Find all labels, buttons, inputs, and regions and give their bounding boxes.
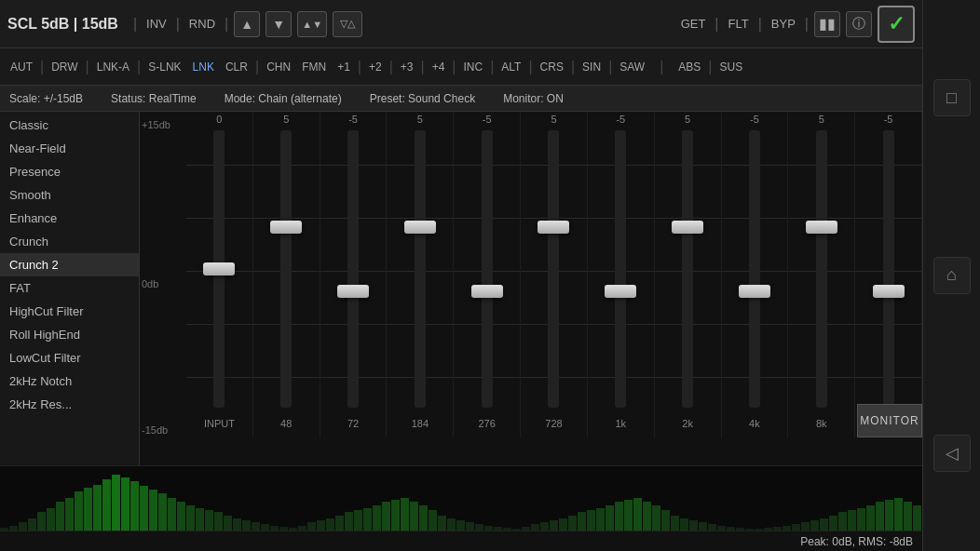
- nav-fmn[interactable]: FMN: [297, 58, 331, 76]
- inv-button[interactable]: INV: [143, 15, 170, 33]
- preset-item-classic[interactable]: Classic: [0, 114, 139, 137]
- nav-plus4[interactable]: +4: [428, 58, 450, 76]
- info-button[interactable]: ⓘ: [846, 11, 872, 37]
- slider-handle-728[interactable]: [538, 221, 569, 234]
- nav-lnk[interactable]: LNK: [188, 58, 219, 76]
- nav-abs[interactable]: ABS: [674, 58, 705, 76]
- nav-crs[interactable]: CRS: [536, 58, 568, 76]
- get-button[interactable]: GET: [677, 15, 710, 33]
- square-icon[interactable]: □: [933, 79, 971, 116]
- preset-item-highcut-filter[interactable]: HighCut Filter: [0, 300, 139, 323]
- slider-handle-8k[interactable]: [806, 221, 837, 234]
- rnd-button[interactable]: RND: [185, 15, 219, 33]
- slider-handle-2k[interactable]: [672, 221, 703, 234]
- nav-chn[interactable]: CHN: [262, 58, 295, 76]
- monitor-button[interactable]: MONITOR: [857, 404, 922, 437]
- slider-column-184: 5184: [387, 112, 454, 437]
- slider-handle-48[interactable]: [270, 221, 302, 234]
- slider-track-INPUT[interactable]: [213, 130, 225, 408]
- sliders-container: 0INPUT548-5725184-52765728-51k52k-54k58k…: [186, 112, 922, 437]
- slider-column-728: 5728: [521, 112, 588, 437]
- pause-button[interactable]: ▮▮: [814, 11, 840, 37]
- nav-plus1[interactable]: +1: [333, 58, 355, 76]
- check-button[interactable]: ✓: [878, 6, 915, 43]
- slider-track-1k[interactable]: [615, 130, 626, 408]
- spectrum-bar: [419, 505, 428, 531]
- slider-track-4k[interactable]: [749, 130, 760, 408]
- scale-info: Scale: +/-15dB: [9, 92, 83, 105]
- spectrum-bar: [745, 529, 754, 531]
- arrow-up-button[interactable]: ▲: [234, 11, 260, 37]
- spectrum-bar: [633, 498, 642, 531]
- slider-handle-1k[interactable]: [605, 285, 636, 298]
- slider-track-276[interactable]: [482, 130, 493, 408]
- spectrum-bar: [186, 505, 195, 531]
- slider-track-72[interactable]: [347, 130, 359, 408]
- preset-item-enhance[interactable]: Enhance: [0, 207, 139, 230]
- slider-handle-16k[interactable]: [873, 285, 905, 298]
- slider-handle-184[interactable]: [404, 221, 436, 234]
- byp-button[interactable]: BYP: [768, 15, 799, 33]
- spectrum-bar: [177, 502, 185, 531]
- nav-slnk[interactable]: S-LNK: [143, 58, 185, 76]
- arrow-split-button[interactable]: ▽△: [333, 11, 362, 37]
- spectrum-bar: [307, 522, 316, 531]
- spectrum-bar: [317, 520, 325, 531]
- slider-freq-label-INPUT: INPUT: [204, 410, 235, 437]
- slider-handle-276[interactable]: [471, 285, 503, 298]
- preset-item-roll-highend[interactable]: Roll HighEnd: [0, 323, 139, 346]
- slider-handle-INPUT[interactable]: [203, 262, 235, 276]
- spectrum-bar: [885, 500, 893, 531]
- nav-sin[interactable]: SIN: [578, 58, 606, 76]
- nav-clr[interactable]: CLR: [221, 58, 252, 76]
- db-label-mid: 0db: [142, 278, 158, 289]
- slider-top-val-8k: 5: [819, 112, 824, 128]
- preset-item-2khz-notch[interactable]: 2kHz Notch: [0, 370, 139, 393]
- preset-item-crunch-2[interactable]: Crunch 2: [0, 253, 139, 276]
- spectrum-bar: [121, 477, 129, 531]
- slider-handle-72[interactable]: [337, 285, 369, 298]
- slider-track-8k[interactable]: [816, 130, 827, 408]
- spectrum-bar: [401, 498, 409, 531]
- spectrum-bar: [214, 512, 223, 531]
- spectrum-bar: [261, 524, 269, 531]
- flt-button[interactable]: FLT: [725, 15, 753, 33]
- preset-item-fat[interactable]: FAT: [0, 276, 139, 300]
- spectrum-bar: [913, 505, 921, 531]
- status-bar: Scale: +/-15dB Status: RealTime Mode: Ch…: [0, 86, 922, 112]
- slider-handle-4k[interactable]: [739, 285, 770, 298]
- spectrum-bar: [84, 488, 92, 531]
- spectrum-bar: [764, 528, 772, 531]
- arrow-updown-button[interactable]: ▲▼: [297, 11, 327, 37]
- back-icon[interactable]: ◁: [933, 435, 971, 472]
- slider-track-48[interactable]: [280, 130, 292, 408]
- nav-lnka[interactable]: LNK-A: [92, 58, 134, 76]
- preset-item-near-field[interactable]: Near-Field: [0, 137, 139, 160]
- spectrum-bar: [838, 512, 847, 531]
- spectrum-bar: [717, 526, 726, 531]
- nav-alt[interactable]: ALT: [497, 58, 525, 76]
- spectrum-bar: [736, 528, 744, 531]
- slider-track-16k[interactable]: [883, 130, 894, 408]
- slider-column-276: -5276: [454, 112, 521, 437]
- nav-plus3[interactable]: +3: [396, 58, 418, 76]
- spectrum-bar: [19, 522, 27, 531]
- slider-track-728[interactable]: [548, 130, 559, 408]
- preset-item-presence[interactable]: Presence: [0, 160, 139, 183]
- nav-aut[interactable]: AUT: [6, 58, 37, 76]
- nav-plus2[interactable]: +2: [364, 58, 387, 76]
- slider-track-2k[interactable]: [682, 130, 693, 408]
- home-icon[interactable]: ⌂: [933, 257, 971, 294]
- preset-item-smooth[interactable]: Smooth: [0, 183, 139, 207]
- slider-top-val-2k: 5: [685, 112, 690, 128]
- nav-saw[interactable]: SAW: [615, 58, 649, 76]
- preset-item-crunch[interactable]: Crunch: [0, 230, 139, 253]
- nav-inc[interactable]: INC: [459, 58, 488, 76]
- preset-item-2khz-res...[interactable]: 2kHz Res...: [0, 393, 139, 416]
- nav-sus[interactable]: SUS: [715, 58, 748, 76]
- preset-item-lowcut-filter[interactable]: LowCut Filter: [0, 346, 139, 370]
- spectrum-bar: [661, 510, 670, 531]
- arrow-down-button[interactable]: ▼: [265, 11, 292, 37]
- nav-drw[interactable]: DRW: [47, 58, 82, 76]
- slider-track-184[interactable]: [415, 130, 426, 408]
